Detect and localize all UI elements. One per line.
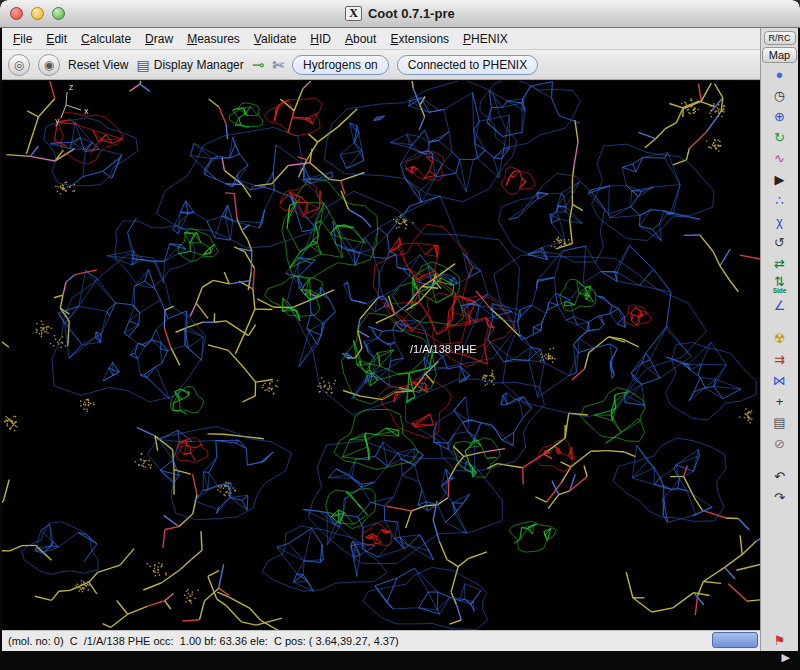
side-chain-flip-icon[interactable]: ⇅ Side xyxy=(765,274,795,295)
menu-bar: File Edit Calculate Draw Measures Valida… xyxy=(2,28,760,50)
display-manager-button[interactable]: ▤ Display Manager xyxy=(136,57,243,73)
rrc-button[interactable]: R/RC xyxy=(764,31,796,45)
display-manager-icon: ▤ xyxy=(136,57,149,73)
scissors-icon[interactable]: ✄ xyxy=(272,57,284,73)
mutate-icon[interactable]: ⇉ xyxy=(765,349,795,370)
menu-calculate[interactable]: Calculate xyxy=(74,30,138,48)
x11-app-icon: X xyxy=(345,6,362,21)
coot-window: X Coot 0.7.1-pre File Edit Calculate Dra… xyxy=(0,0,800,670)
clock-icon[interactable]: ◷ xyxy=(765,85,795,106)
map-button[interactable]: Map xyxy=(762,47,797,63)
redo-icon[interactable]: ↷ xyxy=(765,487,795,508)
flag-icon[interactable]: ⚑ xyxy=(765,630,795,651)
side-chain-flip-glyph: ⇅ xyxy=(774,275,785,288)
side-chain-flip-label: Side xyxy=(773,288,787,295)
add-atom-icon[interactable]: + xyxy=(765,391,795,412)
chi-angles-icon[interactable]: χ xyxy=(765,211,795,232)
molecular-canvas[interactable] xyxy=(2,81,760,630)
torsion-icon[interactable]: ∠ xyxy=(765,295,795,316)
density-sphere-icon[interactable]: ● xyxy=(765,64,795,85)
menu-about[interactable]: About xyxy=(338,30,383,48)
record-view-icon[interactable]: ◉ xyxy=(38,54,60,76)
hydrogens-toggle-button[interactable]: Hydrogens on xyxy=(292,55,389,75)
main-toolbar: ◎ ◉ Reset View ▤ Display Manager ⊸ ✄ Hyd… xyxy=(2,50,760,80)
radiation-icon[interactable]: ☢ xyxy=(765,328,795,349)
status-text: (mol. no: 0) C /1/A/138 PHE occ: 1.00 bf… xyxy=(8,635,399,647)
cycle-arrows-icon[interactable]: ↻ xyxy=(765,127,795,148)
menu-measures[interactable]: Measures xyxy=(180,30,247,48)
reset-view-button[interactable]: Reset View xyxy=(68,58,128,72)
menu-extensions[interactable]: Extensions xyxy=(383,30,456,48)
flip-peptide-icon[interactable]: ⇄ xyxy=(765,253,795,274)
title-bar[interactable]: X Coot 0.7.1-pre xyxy=(0,0,800,28)
zoom-button[interactable] xyxy=(52,7,65,20)
ball-stick-icon[interactable]: ∴ xyxy=(765,190,795,211)
menu-file[interactable]: File xyxy=(6,30,39,48)
ribbon-icon[interactable]: ∿ xyxy=(765,148,795,169)
phenix-connection-button[interactable]: Connected to PHENIX xyxy=(397,55,538,75)
graphics-viewport[interactable]: /1/A/138 PHE xyxy=(2,81,760,630)
move-zone-icon[interactable]: ⊕ xyxy=(765,106,795,127)
undo-icon[interactable]: ↶ xyxy=(765,466,795,487)
minimize-button[interactable] xyxy=(31,7,44,20)
close-button[interactable] xyxy=(10,7,23,20)
delete-icon[interactable]: ⊘ xyxy=(765,433,795,454)
keyboard-icon[interactable]: ▤ xyxy=(765,412,795,433)
drawer-arrow-icon[interactable]: ▶ xyxy=(782,651,790,664)
pointer-icon[interactable]: ▶ xyxy=(765,169,795,190)
window-controls xyxy=(10,7,65,20)
window-title: Coot 0.7.1-pre xyxy=(368,6,455,21)
recenter-icon[interactable]: ◎ xyxy=(8,54,30,76)
display-manager-label: Display Manager xyxy=(154,58,244,72)
residue-label: /1/A/138 PHE xyxy=(410,343,477,355)
add-terminal-residue-icon[interactable]: ⋈ xyxy=(765,370,795,391)
menu-phenix[interactable]: PHENIX xyxy=(456,30,515,48)
rotate-translate-icon[interactable]: ↺ xyxy=(765,232,795,253)
menu-draw[interactable]: Draw xyxy=(138,30,180,48)
menu-validate[interactable]: Validate xyxy=(247,30,304,48)
status-bar: (mol. no: 0) C /1/A/138 PHE occ: 1.00 bf… xyxy=(2,630,760,651)
menu-hid[interactable]: HID xyxy=(303,30,338,48)
window-title-group: X Coot 0.7.1-pre xyxy=(345,6,454,21)
go-to-atom-key-icon[interactable]: ⊸ xyxy=(252,56,265,74)
menu-edit[interactable]: Edit xyxy=(39,30,74,48)
horizontal-scrollbar-thumb[interactable] xyxy=(712,632,758,648)
right-tool-column: R/RC Map ● ◷ ⊕ ↻ ∿ ▶ ∴ χ ↺ ⇄ ⇅ Side ∠ ☢ … xyxy=(760,28,798,651)
